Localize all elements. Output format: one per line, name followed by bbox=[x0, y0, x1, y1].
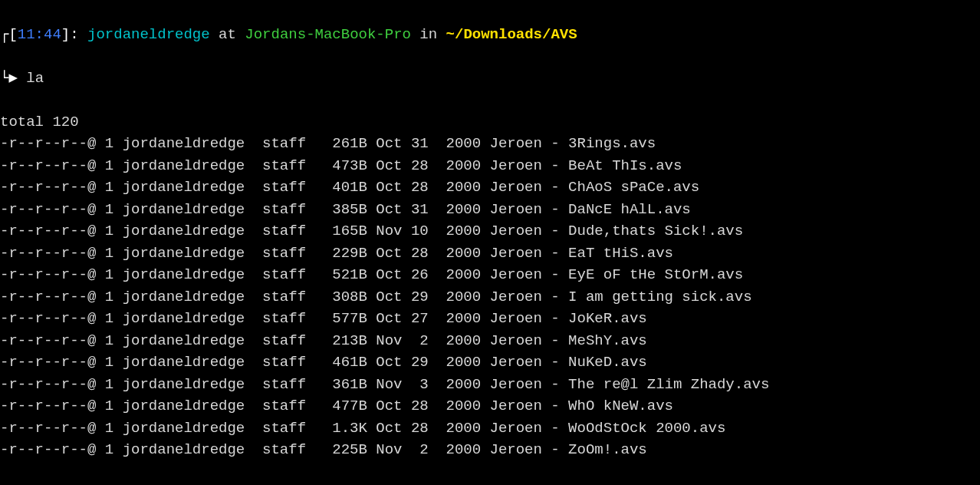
file-listing: -r--r--r--@ 1 jordaneldredge staff 261B … bbox=[0, 133, 980, 461]
prompt-bracket-open: ┌[ bbox=[0, 26, 18, 43]
prompt-path: ~/Downloads/AVS bbox=[446, 26, 577, 43]
terminal-output[interactable]: ┌[11:44]: jordaneldredge at Jordans-MacB… bbox=[0, 0, 980, 483]
prompt-host: Jordans-MacBook-Pro bbox=[245, 26, 411, 43]
prompt-time: 11:44 bbox=[18, 26, 61, 43]
prompt-arrow: └▶ bbox=[0, 70, 26, 87]
prompt-user: jordaneldredge bbox=[87, 26, 210, 43]
total-line: total 120 bbox=[0, 114, 79, 130]
prompt-in: in bbox=[419, 26, 437, 43]
command-text: la bbox=[26, 70, 44, 87]
prompt-at: at bbox=[219, 26, 236, 43]
prompt-bracket-close: ]: bbox=[61, 26, 79, 43]
prompt-line-2: └▶ la bbox=[0, 68, 980, 90]
prompt-line-1: ┌[11:44]: jordaneldredge at Jordans-MacB… bbox=[0, 24, 980, 46]
